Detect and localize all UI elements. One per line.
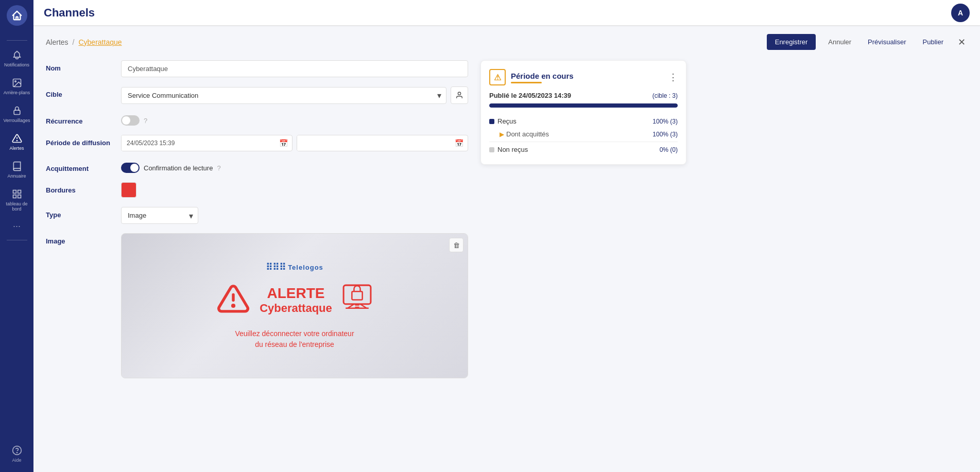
- periode-control: 📅 📅: [121, 135, 468, 151]
- stat-label-acquittes: ▶ Dont acquittés: [500, 130, 549, 138]
- sidebar-divider-top: [7, 40, 27, 41]
- svg-rect-2: [14, 110, 20, 114]
- cible-icon-button[interactable]: [451, 86, 468, 104]
- sidebar-item-tableau-de-bord[interactable]: tableau de bord: [2, 185, 32, 216]
- target-link[interactable]: (cible : 3): [652, 92, 678, 99]
- svg-rect-5: [13, 190, 16, 194]
- svg-point-1: [14, 81, 15, 82]
- alert-subtitle: Cyberattaque: [260, 302, 332, 315]
- alert-icon: [12, 133, 22, 144]
- calendar-end-icon[interactable]: 📅: [451, 139, 468, 147]
- breadcrumb-parent[interactable]: Alertes: [46, 38, 68, 46]
- alert-lock-icon: [340, 281, 374, 320]
- telelogos-brand: ⠿⠿⠿ Telelogos: [266, 261, 323, 273]
- image-row: Image 🗑 ⠿⠿⠿ Telelogos: [46, 233, 468, 378]
- chart-icon: [12, 189, 22, 199]
- recurrence-help-icon[interactable]: ?: [144, 117, 147, 125]
- sidebar-item-arrieres-plans[interactable]: Arrière-plans: [2, 74, 32, 99]
- nom-row: Nom: [46, 60, 468, 77]
- sidebar-item-verrouillages[interactable]: Verrouillages: [2, 101, 32, 127]
- form-right: ⚠ Période en cours ⋮ Publié le 24/05/202…: [480, 60, 686, 388]
- main-area: Channels A Alertes / Cyberattaque Enregi…: [33, 0, 980, 472]
- image-icon: [12, 78, 22, 88]
- content-area: Alertes / Cyberattaque Enregistrer Annul…: [33, 26, 980, 472]
- close-button[interactable]: ✕: [956, 34, 968, 50]
- alert-warning-triangle: [215, 282, 251, 320]
- sidebar-help-item[interactable]: Aide: [10, 441, 24, 467]
- topbar: Channels A: [33, 0, 980, 26]
- help-circle-icon: [12, 445, 22, 456]
- app-logo[interactable]: [7, 5, 27, 26]
- periode-row: Période de diffusion 📅 📅: [46, 135, 468, 151]
- status-menu-dots[interactable]: ⋮: [668, 72, 678, 83]
- acquittement-row: Acquittement Confirmation de lecture ?: [46, 161, 468, 173]
- alert-text-block: ALERTE Cyberattaque: [260, 286, 332, 315]
- breadcrumb-current[interactable]: Cyberattaque: [78, 38, 122, 46]
- periode-label: Période de diffusion: [46, 135, 113, 147]
- stat-dot-blue: [489, 119, 494, 124]
- nom-label: Nom: [46, 60, 113, 72]
- image-delete-button[interactable]: 🗑: [449, 238, 463, 252]
- nom-input[interactable]: [121, 60, 468, 77]
- stat-divider: [489, 142, 678, 142]
- stat-value-recus: 100% (3): [652, 118, 678, 125]
- cible-select-row: Service Communication: [121, 86, 468, 104]
- user-avatar[interactable]: A: [951, 4, 970, 22]
- color-swatch[interactable]: [121, 182, 136, 198]
- acquittement-sublabel: Confirmation de lecture: [144, 164, 213, 172]
- sidebar-item-alertes[interactable]: Alertes: [2, 129, 32, 155]
- cancel-button[interactable]: Annuler: [824, 36, 855, 48]
- status-title-underline: [511, 82, 542, 83]
- user-icon: [455, 91, 463, 99]
- svg-rect-14: [343, 285, 371, 304]
- image-label: Image: [46, 233, 113, 245]
- status-card: ⚠ Période en cours ⋮ Publié le 24/05/202…: [480, 60, 686, 165]
- bell-icon: [12, 50, 22, 60]
- status-warning-icon: ⚠: [489, 69, 506, 85]
- type-row: Type Image Texte Vidéo: [46, 207, 468, 224]
- action-buttons: Enregistrer Annuler Prévisualiser Publie…: [767, 34, 968, 50]
- acquittement-label: Acquittement: [46, 161, 113, 172]
- save-button[interactable]: Enregistrer: [767, 34, 816, 50]
- acquittement-toggle[interactable]: [121, 163, 140, 173]
- svg-point-11: [458, 92, 460, 95]
- image-control: 🗑 ⠿⠿⠿ Telelogos: [121, 233, 468, 378]
- type-label: Type: [46, 207, 113, 219]
- sidebar-divider-bottom: [7, 240, 27, 240]
- acquittement-help-icon[interactable]: ?: [217, 164, 220, 172]
- svg-rect-8: [18, 195, 21, 198]
- calendar-start-icon[interactable]: 📅: [275, 139, 292, 147]
- stat-value-acquittes: 100% (3): [652, 131, 678, 138]
- acquittement-control: Confirmation de lecture ?: [121, 161, 468, 173]
- svg-rect-15: [352, 291, 362, 300]
- alert-title-row: ALERTE Cyberattaque: [215, 281, 374, 320]
- sidebar-item-annuaire[interactable]: Annuaire: [2, 157, 32, 183]
- date-start-input[interactable]: [122, 135, 275, 151]
- type-select[interactable]: Image Texte Vidéo: [121, 207, 198, 224]
- cible-select[interactable]: Service Communication: [121, 87, 446, 104]
- stat-value-non-recus: 0% (0): [660, 146, 678, 153]
- stat-label-recus: Reçus: [489, 117, 517, 125]
- alert-description: Veuillez déconnecter votre ordinateur du…: [235, 328, 354, 350]
- date-end-input[interactable]: [297, 135, 451, 151]
- recurrence-toggle[interactable]: [121, 115, 140, 126]
- breadcrumb-separator: /: [73, 38, 75, 46]
- sidebar-item-notifications[interactable]: Notifications: [2, 46, 32, 72]
- sidebar-more-dots[interactable]: ···: [13, 221, 21, 232]
- stat-dot-gray: [489, 147, 494, 152]
- form-left: Nom Cible Service Communication: [46, 60, 468, 388]
- publish-button[interactable]: Publier: [919, 36, 948, 48]
- alert-title: ALERTE: [260, 286, 332, 302]
- stat-label-non-recus: Non reçus: [489, 146, 528, 153]
- svg-rect-6: [18, 190, 21, 194]
- preview-button[interactable]: Prévisualiser: [864, 36, 910, 48]
- recurrence-toggle-wrapper: ?: [121, 113, 468, 126]
- app-title: Channels: [44, 6, 951, 20]
- date-row: 📅 📅: [121, 135, 468, 151]
- stat-row-acquittes: ▶ Dont acquittés 100% (3): [489, 128, 678, 141]
- type-select-wrapper: Image Texte Vidéo: [121, 207, 198, 224]
- date-end-field: 📅: [297, 135, 468, 151]
- lock-icon: [12, 106, 22, 116]
- recurrence-label: Récurrence: [46, 113, 113, 125]
- publish-date: Publié le 24/05/2023 14:39: [489, 92, 571, 99]
